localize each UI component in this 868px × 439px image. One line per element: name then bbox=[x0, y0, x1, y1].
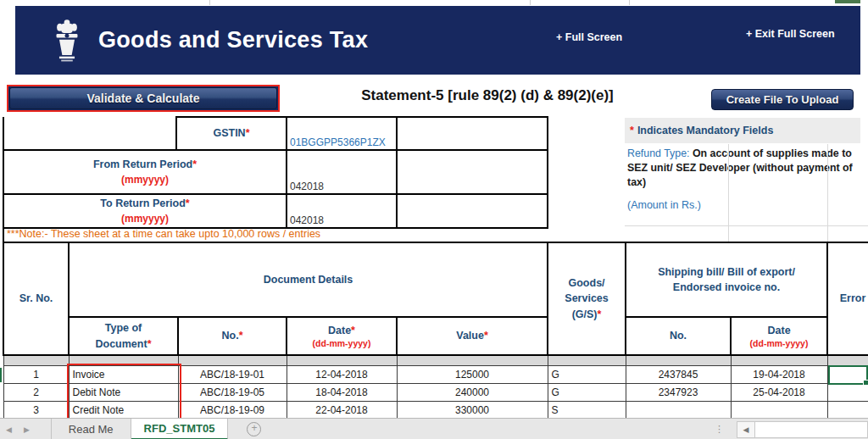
gridline bbox=[728, 144, 729, 242]
sheet-tab-rfd-stmt05[interactable]: RFD_STMT05 bbox=[131, 419, 229, 439]
cell-error[interactable] bbox=[827, 402, 868, 420]
cell-gs[interactable]: G bbox=[548, 366, 626, 384]
cell-ship-no[interactable]: 2437845 bbox=[626, 366, 731, 384]
cell-ship-no[interactable] bbox=[626, 402, 731, 420]
form-blank-cell bbox=[3, 117, 176, 150]
cell-no[interactable]: ABC/18-19-09 bbox=[178, 402, 287, 420]
col-header-document-details: Document Details bbox=[69, 242, 548, 317]
cell-sr[interactable]: 2 bbox=[3, 384, 69, 402]
cell-ship-date[interactable]: 25-04-2018 bbox=[731, 384, 827, 402]
statement-title: Statement-5 [rule 89(2) (d) & 89(2)(e)] bbox=[288, 87, 687, 104]
cell-ship-date[interactable]: 19-04-2018 bbox=[731, 366, 827, 384]
exit-full-screen-link[interactable]: + Exit Full Screen bbox=[746, 28, 835, 40]
table-row: 3 Credit Note ABC/18-19-09 22-04-2018 33… bbox=[3, 402, 868, 420]
cell-gs[interactable]: G bbox=[548, 384, 626, 402]
from-return-period-value-cell[interactable]: 042018 bbox=[287, 150, 397, 194]
to-return-period-value-cell[interactable]: 042018 bbox=[287, 194, 397, 228]
col-header-goods-services: Goods/ Services (G/S)* bbox=[548, 242, 626, 355]
full-screen-link[interactable]: + Full Screen bbox=[556, 31, 622, 43]
empty-cell[interactable] bbox=[397, 150, 548, 194]
app-title: Goods and Services Tax bbox=[98, 27, 368, 53]
cell-gs[interactable]: S bbox=[548, 402, 626, 420]
gridline bbox=[827, 144, 828, 242]
gstin-value-cell[interactable]: 01BGGPP5366P1ZX bbox=[287, 117, 397, 150]
gstin-label: GSTIN* bbox=[176, 117, 287, 150]
cell-date[interactable]: 22-04-2018 bbox=[287, 402, 397, 420]
cell-value[interactable]: 125000 bbox=[397, 366, 548, 384]
sheet-tab-read-me[interactable]: Read Me bbox=[51, 419, 131, 439]
cell-type[interactable]: Debit Note bbox=[69, 384, 178, 402]
sheet-nav-left-icon[interactable]: ◀ bbox=[0, 425, 18, 434]
validate-calculate-button[interactable]: Validate & Calculate bbox=[9, 87, 277, 109]
empty-cell[interactable] bbox=[397, 194, 548, 228]
refund-type-note: Refund Type: On account of supplies made… bbox=[625, 147, 860, 190]
cell-no[interactable]: ABC/18-19-01 bbox=[178, 366, 287, 384]
cell-ship-date[interactable] bbox=[731, 402, 827, 420]
col-header-sr-no: Sr. No. bbox=[3, 242, 69, 355]
ellipsis-handle-icon[interactable]: ⋮ bbox=[715, 424, 725, 435]
cell-ship-no[interactable]: 2347923 bbox=[626, 384, 731, 402]
india-emblem-icon bbox=[47, 16, 86, 65]
empty-cell[interactable] bbox=[397, 117, 548, 150]
cell-type[interactable]: Credit Note bbox=[69, 402, 178, 420]
table-row: 2 Debit Note ABC/18-19-05 18-04-2018 240… bbox=[3, 384, 868, 402]
sheet-bar-spacer bbox=[261, 419, 715, 439]
create-file-upload-button[interactable]: Create File To Upload bbox=[711, 89, 854, 110]
info-panel: * Indicates Mandatory Fields Refund Type… bbox=[625, 118, 860, 211]
fill-handle[interactable] bbox=[863, 380, 868, 386]
col-header-error: Error bbox=[827, 242, 868, 355]
sheet-nav-right-icon[interactable]: ▶ bbox=[18, 425, 36, 434]
sheet-tab-bar: ◀ ▶ Read Me RFD_STMT05 + ⋮ ◀ bbox=[0, 418, 868, 439]
grid-tick bbox=[530, 0, 531, 5]
statement-table: Sr. No. Document Details Goods/ Services… bbox=[3, 242, 868, 420]
table-row: 1 Invoice ABC/18-19-01 12-04-2018 125000… bbox=[3, 366, 868, 384]
spreadsheet-window: Goods and Services Tax + Full Screen + E… bbox=[0, 0, 868, 439]
cell-value[interactable]: 240000 bbox=[397, 384, 548, 402]
green-cell-strip bbox=[835, 0, 860, 3]
col-header-doc-date: Date* (dd-mm-yyyy) bbox=[287, 317, 397, 355]
to-return-period-label: To Return Period* (mmyyyy) bbox=[3, 194, 287, 228]
grid-tick bbox=[209, 0, 210, 5]
scrollbar-left-arrow-icon[interactable]: ◀ bbox=[737, 421, 755, 438]
horizontal-scrollbar[interactable] bbox=[755, 421, 868, 438]
col-header-value: Value* bbox=[397, 317, 548, 355]
cell-no[interactable]: ABC/18-19-05 bbox=[178, 384, 287, 402]
col-header-ship-no: No. bbox=[626, 317, 731, 355]
cell-error[interactable] bbox=[827, 384, 868, 402]
cell-type[interactable]: Invoice bbox=[69, 366, 178, 384]
return-period-form: GSTIN* 01BGGPP5366P1ZX From Return Perio… bbox=[3, 116, 548, 229]
validate-button-highlight: Validate & Calculate bbox=[7, 85, 280, 112]
cell-sr[interactable]: 3 bbox=[3, 402, 69, 420]
from-return-period-label: From Return Period* (mmyyyy) bbox=[3, 150, 287, 194]
gridline bbox=[625, 225, 868, 226]
col-header-ship-date: Date (dd-mm-yyyy) bbox=[731, 317, 827, 355]
mandatory-fields-note: * Indicates Mandatory Fields bbox=[625, 118, 860, 143]
cell-date[interactable]: 18-04-2018 bbox=[287, 384, 397, 402]
col-header-shipping-bill: Shipping bill/ Bill of export/ Endorsed … bbox=[626, 242, 827, 317]
cell-sr[interactable]: 1 bbox=[3, 366, 69, 384]
new-sheet-plus-icon[interactable]: + bbox=[247, 422, 261, 436]
cell-date[interactable]: 12-04-2018 bbox=[287, 366, 397, 384]
selected-cell-outline[interactable] bbox=[828, 365, 868, 385]
app-header: Goods and Services Tax + Full Screen + E… bbox=[15, 6, 860, 75]
col-header-type-of-document: Type of Document* bbox=[69, 317, 178, 355]
rows-limit-note: ***Note:- These sheet at a time can take… bbox=[3, 227, 549, 242]
col-header-doc-no: No.* bbox=[178, 317, 287, 355]
cell-value[interactable]: 330000 bbox=[397, 402, 548, 420]
separator-row bbox=[3, 355, 868, 366]
row-selection-sliver bbox=[0, 368, 2, 382]
amount-in-rs-note: (Amount in Rs.) bbox=[625, 199, 860, 211]
grid-tick bbox=[629, 0, 630, 5]
